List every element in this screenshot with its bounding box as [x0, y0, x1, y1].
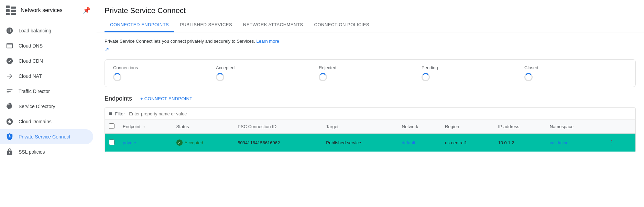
rejected-spinner: [319, 73, 327, 81]
endpoint-link[interactable]: private: [123, 140, 136, 145]
connect-endpoint-button[interactable]: + CONNECT ENDPOINT: [136, 94, 196, 103]
closed-spinner: [524, 73, 533, 81]
endpoints-table-container: Endpoint ↑ Status PSC Connection ID Targ…: [105, 120, 636, 152]
sidebar-item-label: Service Directory: [19, 104, 55, 109]
filter-icon: ≡: [109, 111, 112, 117]
endpoints-table: Endpoint ↑ Status PSC Connection ID Targ…: [105, 120, 635, 152]
stat-rejected-label: Rejected: [319, 65, 413, 70]
private-service-connect-icon: [6, 133, 14, 141]
stat-accepted: Accepted: [216, 65, 319, 81]
endpoints-section-header: Endpoints + CONNECT ENDPOINT: [105, 94, 636, 103]
sidebar-item-label: Cloud DNS: [19, 43, 43, 49]
app-title: Network services: [21, 7, 79, 13]
sidebar-item-cloud-domains[interactable]: Cloud Domains: [0, 114, 93, 129]
sidebar-item-label: Cloud NAT: [19, 73, 42, 79]
header-actions: [602, 120, 635, 134]
load-balancing-icon: [6, 27, 14, 35]
table-header-row: Endpoint ↑ Status PSC Connection ID Targ…: [105, 120, 635, 134]
sidebar-item-traffic-director[interactable]: Traffic Director: [0, 84, 93, 99]
stat-pending-label: Pending: [422, 65, 516, 70]
pin-icon[interactable]: 📌: [83, 7, 90, 14]
tab-published-services[interactable]: PUBLISHED SERVICES: [174, 18, 238, 32]
row-network: default: [398, 134, 441, 152]
filter-bar: ≡ Filter: [105, 107, 636, 120]
cloud-cdn-icon: [6, 57, 14, 65]
sidebar-item-private-service-connect[interactable]: Private Service Connect: [0, 129, 93, 144]
main-content: Private Service Connect CONNECTED ENDPOI…: [96, 0, 644, 207]
namespace-link[interactable]: validmind: [550, 140, 569, 145]
sidebar-item-label: Cloud Domains: [19, 119, 52, 124]
tab-connected-endpoints[interactable]: CONNECTED ENDPOINTS: [105, 18, 174, 32]
row-psc-connection-id: 50941164156616962: [233, 134, 322, 152]
header-psc-connection-id: PSC Connection ID: [233, 120, 322, 134]
sidebar-item-label: Traffic Director: [19, 89, 50, 94]
sidebar-item-cloud-nat[interactable]: Cloud NAT: [0, 69, 93, 84]
endpoints-title: Endpoints: [105, 95, 132, 102]
header-checkbox-cell: [105, 120, 119, 134]
select-all-checkbox[interactable]: [109, 123, 114, 129]
filter-label: Filter: [115, 111, 125, 116]
tab-bar: CONNECTED ENDPOINTS PUBLISHED SERVICES N…: [96, 18, 644, 32]
tab-network-attachments[interactable]: NETWORK ATTACHMENTS: [238, 18, 308, 32]
header-target: Target: [322, 120, 397, 134]
stats-card: Connections Accepted Rejected Pending Cl…: [105, 59, 636, 87]
svg-rect-0: [6, 6, 10, 8]
header-network: Network: [398, 120, 441, 134]
external-link-icon[interactable]: ↗: [105, 46, 109, 52]
filter-input[interactable]: [129, 111, 631, 116]
sidebar-item-load-balancing[interactable]: Load balancing: [0, 23, 93, 38]
svg-rect-4: [11, 10, 16, 12]
connections-spinner: [113, 73, 121, 81]
content-area: Private Service Connect lets you connect…: [96, 32, 644, 207]
row-namespace: validmind: [546, 134, 602, 152]
cloud-nat-icon: [6, 72, 14, 80]
network-link[interactable]: default: [402, 140, 415, 145]
table-row: private ✓ Accepted 50941164156616962 Pub…: [105, 134, 635, 152]
tab-connection-policies[interactable]: CONNECTION POLICIES: [309, 18, 375, 32]
row-checkbox[interactable]: [109, 139, 114, 145]
sidebar-item-cloud-dns[interactable]: Cloud DNS: [0, 38, 93, 53]
learn-more-link[interactable]: Learn more: [256, 39, 279, 44]
header-namespace: Namespace: [546, 120, 602, 134]
row-status: ✓ Accepted: [172, 134, 234, 152]
svg-rect-1: [6, 9, 10, 12]
row-endpoint: private: [119, 134, 172, 152]
status-accepted: ✓ Accepted: [176, 139, 230, 146]
sidebar-item-label: Private Service Connect: [19, 134, 70, 139]
sidebar-item-service-directory[interactable]: Service Directory: [0, 99, 93, 114]
ssl-policies-icon: [6, 148, 14, 156]
page-title: Private Service Connect: [96, 0, 644, 15]
status-text: Accepted: [185, 140, 203, 145]
row-more-button[interactable]: ⋮: [606, 137, 617, 148]
stat-accepted-label: Accepted: [216, 65, 310, 70]
header-endpoint: Endpoint ↑: [119, 120, 172, 134]
row-target: Published service: [322, 134, 397, 152]
row-ip-address: 10.0.1.2: [494, 134, 545, 152]
stat-closed-label: Closed: [524, 65, 619, 70]
stat-pending: Pending: [422, 65, 524, 81]
row-region: us-central1: [441, 134, 494, 152]
sidebar-item-ssl-policies[interactable]: SSL policies: [0, 144, 93, 159]
sort-icon[interactable]: ↑: [143, 124, 145, 129]
stat-rejected: Rejected: [319, 65, 422, 81]
svg-rect-2: [6, 13, 10, 15]
cloud-domains-icon: [6, 117, 14, 126]
traffic-director-icon: [6, 87, 14, 95]
accepted-spinner: [216, 73, 224, 81]
stat-connections: Connections: [113, 65, 216, 81]
sidebar-item-label: Load balancing: [19, 28, 51, 33]
svg-rect-5: [11, 13, 16, 15]
cloud-dns-icon: [6, 42, 14, 50]
network-services-icon: [6, 5, 17, 16]
stat-connections-label: Connections: [113, 65, 208, 70]
row-checkbox-cell: [105, 134, 119, 152]
check-circle-icon: ✓: [176, 139, 183, 146]
header-status: Status: [172, 120, 234, 134]
header-ip-address: IP address: [494, 120, 545, 134]
info-text: Private Service Connect lets you connect…: [105, 39, 255, 44]
stat-closed: Closed: [524, 65, 627, 81]
sidebar-item-cloud-cdn[interactable]: Cloud CDN: [0, 53, 93, 69]
sidebar-item-label: Cloud CDN: [19, 58, 43, 64]
row-actions-cell: ⋮: [602, 134, 635, 152]
sidebar-header: Network services 📌: [0, 0, 96, 21]
